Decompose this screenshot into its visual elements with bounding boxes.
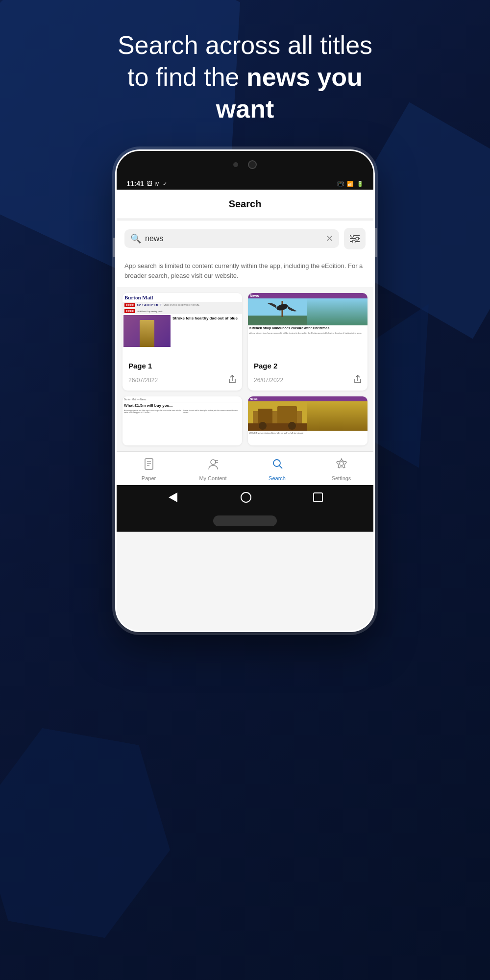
hero-line2-prefix: to find the: [127, 63, 246, 91]
result-card-2-label: Page 2: [254, 362, 362, 370]
side-button-right: [375, 228, 377, 257]
status-photo-icon: 🖼: [147, 181, 152, 187]
svg-point-24: [273, 460, 280, 466]
phone-camera: [248, 160, 257, 169]
share-icon-1: [228, 375, 236, 384]
search-input[interactable]: news: [145, 234, 322, 243]
svg-point-26: [340, 462, 343, 466]
nav-mycontent-label: My Content: [199, 475, 226, 481]
nav-item-mycontent[interactable]: My Content: [181, 456, 245, 483]
status-time: 11:41: [126, 180, 144, 188]
results-grid: Burton Mail FREE £2 SHOP BET VALID ON TH…: [117, 287, 373, 396]
phone-sensor: [233, 162, 238, 167]
result-card-3-image: Burton Mail — News What £1.5m will buy y…: [122, 396, 242, 445]
svg-rect-14: [248, 423, 307, 431]
nav-mycontent-icon: [207, 458, 219, 473]
hero-line3-bold: want: [216, 95, 274, 123]
search-magnifier-icon: 🔍: [130, 233, 141, 244]
phone-home-button[interactable]: [241, 492, 251, 503]
phone-outer: 11:41 🖼 M ✓ 📳 📶 🔋 Search: [115, 149, 375, 632]
hero-line1: Search across all titles: [118, 31, 372, 59]
nav-settings-icon: [336, 458, 347, 473]
result-card-2-meta: 26/07/2022: [254, 375, 362, 386]
phone-mockup-container: 11:41 🖼 M ✓ 📳 📶 🔋 Search: [0, 149, 490, 632]
result-card-2-image: News: [248, 293, 368, 357]
hero-header: Search across all titles to find the new…: [0, 0, 490, 145]
app-content: Search 🔍 news ✕: [117, 190, 373, 631]
search-input-wrapper[interactable]: 🔍 news ✕: [124, 229, 339, 248]
svg-point-15: [259, 422, 267, 430]
nav-item-settings[interactable]: Settings: [309, 456, 373, 483]
result-card-1[interactable]: Burton Mail FREE £2 SHOP BET VALID ON TH…: [122, 293, 242, 391]
search-clear-button[interactable]: ✕: [326, 234, 333, 243]
status-left: 11:41 🖼 M ✓: [126, 180, 167, 188]
nav-item-paper[interactable]: Paper: [117, 456, 181, 483]
result-card-1-image: Burton Mail FREE £2 SHOP BET VALID ON TH…: [122, 293, 242, 357]
filter-icon: [350, 235, 360, 243]
svg-rect-7: [248, 316, 307, 325]
result-card-1-info: Page 1 26/07/2022: [122, 357, 242, 391]
svg-point-4: [356, 237, 359, 240]
nav-paper-icon: [143, 458, 155, 473]
result-card-2[interactable]: News: [248, 293, 368, 391]
share-icon-2: [354, 375, 362, 384]
status-wifi-icon: 📶: [347, 181, 354, 187]
paper-icon-svg: [143, 458, 155, 470]
svg-point-5: [352, 240, 355, 243]
result-card-1-meta: 26/07/2022: [128, 375, 236, 386]
phone-nav-bar: [117, 485, 373, 510]
status-vibrate-icon: 📳: [337, 181, 344, 187]
settings-icon-svg: [336, 458, 347, 470]
nav-item-search[interactable]: Search: [245, 456, 309, 483]
nav-search-label: Search: [269, 475, 286, 481]
hero-line2-bold: news you: [246, 63, 363, 91]
filter-button[interactable]: [344, 228, 366, 249]
newspaper-page2: News: [248, 293, 368, 357]
phone-bottom-bar: [117, 510, 373, 532]
svg-point-16: [288, 422, 296, 430]
nav-search-icon: [271, 458, 283, 473]
status-right: 📳 📶 🔋: [337, 181, 364, 187]
nav-settings-label: Settings: [332, 475, 351, 481]
nav-paper-label: Paper: [142, 475, 156, 481]
search-info-text: App search is limited to content current…: [117, 256, 373, 287]
result-card-4[interactable]: News: [248, 396, 368, 445]
result-card-1-share-button[interactable]: [228, 375, 236, 386]
app-title: Search: [229, 198, 262, 209]
home-button-pill[interactable]: [213, 515, 277, 526]
result-card-2-info: Page 2 26/07/2022: [248, 357, 368, 391]
status-bar: 11:41 🖼 M ✓ 📳 📶 🔋: [117, 178, 373, 190]
newspaper-page1: Burton Mail FREE £2 SHOP BET VALID ON TH…: [122, 293, 242, 357]
phone-recents-button[interactable]: [313, 492, 323, 502]
result-card-3[interactable]: Burton Mail — News What £1.5m will buy y…: [122, 396, 242, 445]
partial-results-row: Burton Mail — News What £1.5m will buy y…: [117, 396, 373, 451]
result-card-2-share-button[interactable]: [354, 375, 362, 386]
status-check-icon: ✓: [163, 181, 167, 187]
phone-device: 11:41 🖼 M ✓ 📳 📶 🔋 Search: [115, 149, 375, 632]
status-gmail-icon: M: [155, 181, 160, 187]
phone-top-bar: [117, 151, 373, 178]
svg-point-3: [351, 235, 354, 237]
result-card-2-date: 26/07/2022: [254, 377, 283, 384]
app-header: Search: [117, 190, 373, 219]
result-card-1-date: 26/07/2022: [128, 377, 158, 384]
bird-image: [248, 298, 307, 325]
back-triangle-icon: [169, 492, 177, 502]
mycontent-icon-svg: [207, 458, 219, 470]
machinery-image: [248, 401, 307, 431]
result-card-4-image: News: [248, 396, 368, 445]
result-card-1-label: Page 1: [128, 362, 236, 370]
status-battery-icon: 🔋: [357, 181, 364, 187]
phone-back-button[interactable]: [167, 491, 179, 503]
bottom-nav: Paper My Content: [117, 451, 373, 485]
svg-line-25: [279, 466, 282, 468]
search-area[interactable]: 🔍 news ✕: [117, 221, 373, 256]
svg-rect-17: [145, 459, 153, 469]
search-icon-svg: [271, 458, 283, 470]
svg-point-21: [211, 460, 216, 465]
